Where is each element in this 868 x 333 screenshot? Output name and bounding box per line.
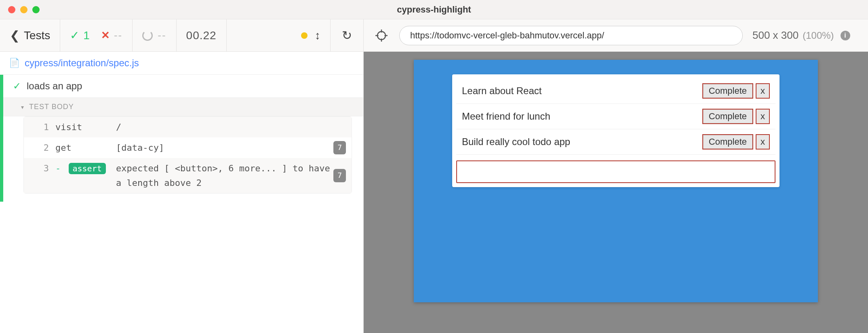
file-icon: 📄 xyxy=(9,58,20,68)
test-body-label: TEST BODY xyxy=(29,103,74,111)
selector-playground-button[interactable] xyxy=(373,27,390,44)
back-to-tests-button[interactable]: ❮ Tests xyxy=(0,19,60,51)
command-number: 2 xyxy=(42,141,55,155)
spec-file-path: cypress/integration/spec.js xyxy=(25,57,139,69)
fail-count-value: -- xyxy=(114,29,122,42)
new-todo-input[interactable] xyxy=(456,160,775,183)
complete-button[interactable]: Complete xyxy=(702,83,753,99)
app-under-test: Learn about React Complete x Meet friend… xyxy=(414,60,818,302)
svg-point-0 xyxy=(377,32,386,40)
viewport-info[interactable]: 500 x 300 (100%) i xyxy=(752,29,850,42)
test-pass-bar xyxy=(0,75,3,202)
reload-button[interactable]: ↻ xyxy=(331,19,364,51)
caret-down-icon: ▾ xyxy=(21,104,24,110)
window-close-button[interactable] xyxy=(8,6,15,13)
viewport-scale: (100%) xyxy=(803,30,834,41)
aut-url-value: https://todomvc-vercel-gleb-bahmutov.ver… xyxy=(410,30,604,41)
window-title: cypress-highlight xyxy=(397,4,471,15)
test-counts: ✓ 1 ✕ -- xyxy=(60,19,133,51)
command-number: 1 xyxy=(42,120,55,134)
command-row[interactable]: 3 - assert expected [ <button>, 6 more..… xyxy=(24,158,352,193)
complete-button[interactable]: Complete xyxy=(702,109,753,124)
new-todo-row xyxy=(456,160,775,183)
command-message: expected [ <button>, 6 more... ] to have… xyxy=(116,161,333,190)
pass-count-value: 1 xyxy=(83,29,90,42)
window-zoom-button[interactable] xyxy=(32,6,40,13)
command-name: get xyxy=(55,141,116,155)
todo-item: Learn about React Complete x xyxy=(456,78,775,104)
status-dot-icon xyxy=(301,32,308,39)
duration-value: 00.22 xyxy=(186,29,217,42)
aut-url-input[interactable]: https://todomvc-vercel-gleb-bahmutov.ver… xyxy=(399,26,743,45)
element-count-badge: 7 xyxy=(333,169,346,182)
spinner-icon xyxy=(142,30,153,41)
command-prefix: - xyxy=(55,163,61,173)
aut-pane: Learn about React Complete x Meet friend… xyxy=(364,52,868,333)
chevron-left-icon: ❮ xyxy=(10,28,20,42)
element-count-badge: 7 xyxy=(333,141,346,154)
window-titlebar: cypress-highlight xyxy=(0,0,868,19)
command-log: 1 visit / 2 get [data-cy] 7 3 - xyxy=(23,116,352,194)
cypress-toolbar: ❮ Tests ✓ 1 ✕ -- -- 00.22 ↕ xyxy=(0,19,868,52)
info-icon[interactable]: i xyxy=(841,31,850,40)
duration-cell: 00.22 xyxy=(177,19,227,51)
assert-badge: assert xyxy=(69,163,106,174)
command-row[interactable]: 1 visit / xyxy=(24,117,352,137)
todo-text: Learn about React xyxy=(462,85,702,97)
reload-icon: ↻ xyxy=(342,28,352,42)
pending-count-cell: -- xyxy=(133,19,176,51)
x-icon: ✕ xyxy=(101,29,110,42)
back-label: Tests xyxy=(24,29,50,42)
crosshair-icon xyxy=(375,30,388,42)
todo-list-card: Learn about React Complete x Meet friend… xyxy=(452,74,780,187)
viewport-size: 500 x 300 xyxy=(752,29,798,42)
test-title-row[interactable]: ✓ loads an app xyxy=(3,75,363,98)
delete-button[interactable]: x xyxy=(756,109,770,124)
command-row[interactable]: 2 get [data-cy] 7 xyxy=(24,137,352,158)
complete-button[interactable]: Complete xyxy=(702,134,753,150)
delete-button[interactable]: x xyxy=(756,83,770,99)
test-body-header[interactable]: ▾ TEST BODY xyxy=(3,98,363,116)
viewport-resize-icon[interactable]: ↕ xyxy=(315,29,320,42)
check-icon: ✓ xyxy=(13,80,21,92)
todo-item: Meet friend for lunch Complete x xyxy=(456,104,775,129)
fail-count: ✕ -- xyxy=(101,29,122,42)
delete-button[interactable]: x xyxy=(756,134,770,150)
pending-count-value: -- xyxy=(158,29,166,42)
todo-text: Meet friend for lunch xyxy=(462,111,702,122)
spec-file-link[interactable]: 📄 cypress/integration/spec.js xyxy=(0,52,363,75)
todo-item: Build really cool todo app Complete x xyxy=(456,129,775,155)
check-icon: ✓ xyxy=(70,29,79,42)
reporter-pane: 📄 cypress/integration/spec.js ✓ loads an… xyxy=(0,52,364,333)
command-number: 3 xyxy=(42,161,55,175)
pass-count: ✓ 1 xyxy=(70,29,90,42)
window-minimize-button[interactable] xyxy=(20,6,27,13)
traffic-lights xyxy=(8,6,40,13)
command-message: / xyxy=(116,120,346,134)
command-name: visit xyxy=(55,120,116,134)
todo-text: Build really cool todo app xyxy=(462,136,702,148)
command-message: [data-cy] xyxy=(116,141,333,155)
test-title: loads an app xyxy=(27,80,82,92)
